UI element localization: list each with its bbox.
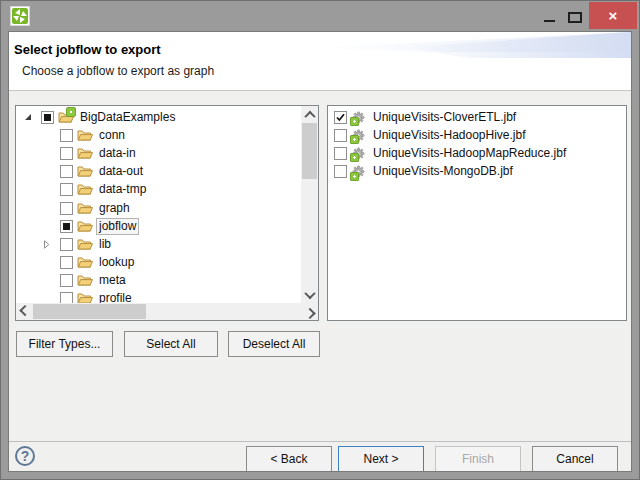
tree-item[interactable]: lib — [16, 235, 301, 253]
help-button[interactable]: ? — [15, 446, 35, 466]
folder-icon — [77, 183, 93, 197]
next-button[interactable]: Next > — [338, 446, 424, 472]
list-item-label: UniqueVisits-HadoopHive.jbf — [370, 127, 529, 144]
checkbox-unchecked[interactable] — [334, 147, 347, 160]
folder-icon — [77, 219, 93, 233]
checkbox-unchecked[interactable] — [60, 147, 73, 160]
tree-item-root[interactable]: BigDataExamples — [16, 108, 301, 126]
cancel-button[interactable]: Cancel — [532, 446, 618, 472]
checkbox-checked[interactable] — [334, 111, 347, 124]
folder-icon — [77, 274, 93, 288]
checkbox-partial[interactable] — [60, 220, 73, 233]
folder-icon — [77, 201, 93, 215]
scroll-down-button[interactable] — [301, 286, 318, 303]
file-rows: UniqueVisits-CloverETL.jbf UniqueVisits-… — [328, 106, 626, 320]
folder-icon — [77, 292, 93, 303]
checkbox-unchecked[interactable] — [60, 274, 73, 287]
list-item[interactable]: UniqueVisits-HadoopMapReduce.jbf — [328, 144, 626, 162]
clover-badge-icon — [350, 135, 359, 144]
jobflow-file-icon — [352, 165, 367, 179]
jobflow-list-panel: UniqueVisits-CloverETL.jbf UniqueVisits-… — [327, 105, 627, 321]
folder-icon — [77, 256, 93, 270]
list-item[interactable]: UniqueVisits-CloverETL.jbf — [328, 108, 626, 126]
checkbox-unchecked[interactable] — [60, 129, 73, 142]
page-subtitle: Choose a jobflow to export as graph — [22, 64, 214, 78]
tree-item[interactable]: data-out — [16, 163, 301, 181]
jobflow-file-icon — [352, 110, 367, 124]
checkbox-unchecked[interactable] — [60, 292, 73, 303]
tree-item[interactable]: graph — [16, 199, 301, 217]
tree-item[interactable]: meta — [16, 272, 301, 290]
tree-horizontal-scrollbar[interactable] — [16, 303, 318, 320]
tree-item-label: meta — [96, 272, 129, 289]
clover-badge-icon — [350, 172, 359, 181]
scroll-right-button[interactable] — [301, 303, 318, 320]
tree-item[interactable]: data-tmp — [16, 181, 301, 199]
folder-icon — [77, 237, 93, 251]
checkbox-unchecked[interactable] — [334, 129, 347, 142]
list-item[interactable]: UniqueVisits-HadoopHive.jbf — [328, 126, 626, 144]
checkbox-unchecked[interactable] — [60, 183, 73, 196]
deselect-all-button[interactable]: Deselect All — [228, 331, 320, 357]
tree-item[interactable]: conn — [16, 126, 301, 144]
horizontal-scrollbar-thumb[interactable] — [33, 304, 146, 319]
tree-item-label: data-tmp — [96, 181, 149, 198]
tree-item-label: data-out — [96, 163, 146, 180]
expand-icon[interactable] — [24, 113, 41, 121]
wizard-window: × Select jobflow to export Choose a jobf… — [0, 0, 640, 480]
tree-item[interactable]: profile — [16, 290, 301, 303]
tree-item-label: conn — [96, 127, 128, 144]
select-all-button[interactable]: Select All — [124, 331, 218, 357]
checkbox-unchecked[interactable] — [60, 256, 73, 269]
footer-separator — [9, 441, 631, 442]
expand-icon[interactable] — [43, 240, 60, 249]
titlebar[interactable]: × — [1, 1, 639, 31]
cloveretl-logo-icon — [10, 6, 30, 26]
folder-icon — [77, 128, 93, 142]
tree-item-label: graph — [96, 200, 133, 217]
list-item[interactable]: UniqueVisits-MongoDB.jbf — [328, 163, 626, 181]
vertical-scrollbar-thumb[interactable] — [302, 123, 317, 179]
dialog-body: Select jobflow to export Choose a jobflo… — [8, 31, 632, 472]
tree-item-label: data-in — [96, 145, 139, 162]
list-item-label: UniqueVisits-MongoDB.jbf — [370, 163, 516, 180]
jobflow-file-icon — [352, 128, 367, 142]
tree-item-label: lookup — [96, 254, 137, 271]
finish-button: Finish — [435, 446, 521, 472]
list-item-label: UniqueVisits-HadoopMapReduce.jbf — [370, 145, 569, 162]
wizard-header: Select jobflow to export Choose a jobflo… — [9, 32, 631, 91]
tree-item-label: jobflow — [96, 218, 139, 235]
tree-rows: BigDataExamples conn data-in — [16, 106, 301, 303]
tree-item-selected[interactable]: jobflow — [16, 217, 301, 235]
tree-vertical-scrollbar[interactable] — [301, 106, 318, 303]
clover-badge-icon — [350, 117, 359, 126]
checkbox-unchecked[interactable] — [60, 202, 73, 215]
tree-item[interactable]: lookup — [16, 254, 301, 272]
scroll-left-button[interactable] — [16, 303, 33, 320]
back-button[interactable]: < Back — [246, 446, 332, 472]
checkbox-unchecked[interactable] — [60, 165, 73, 178]
list-item-label: UniqueVisits-CloverETL.jbf — [370, 109, 519, 126]
checkbox-unchecked[interactable] — [60, 238, 73, 251]
jobflow-file-icon — [352, 146, 367, 160]
tree-item-label: BigDataExamples — [77, 109, 178, 126]
filter-types-button[interactable]: Filter Types... — [16, 331, 113, 357]
project-tree-panel: BigDataExamples conn data-in — [15, 105, 319, 321]
tree-item-label: lib — [96, 236, 114, 253]
maximize-button[interactable] — [568, 12, 582, 23]
scroll-up-button[interactable] — [301, 106, 318, 123]
folder-icon — [77, 146, 93, 160]
tree-item-label: profile — [96, 290, 135, 303]
tree-item[interactable]: data-in — [16, 144, 301, 162]
clover-badge-icon — [66, 107, 76, 117]
page-title: Select jobflow to export — [14, 42, 161, 57]
checkbox-partial[interactable] — [41, 111, 54, 124]
project-icon — [58, 110, 74, 124]
clover-badge-icon — [350, 153, 359, 162]
close-button[interactable]: × — [589, 2, 637, 29]
minimize-button[interactable] — [544, 20, 555, 22]
checkbox-unchecked[interactable] — [334, 165, 347, 178]
folder-icon — [77, 165, 93, 179]
